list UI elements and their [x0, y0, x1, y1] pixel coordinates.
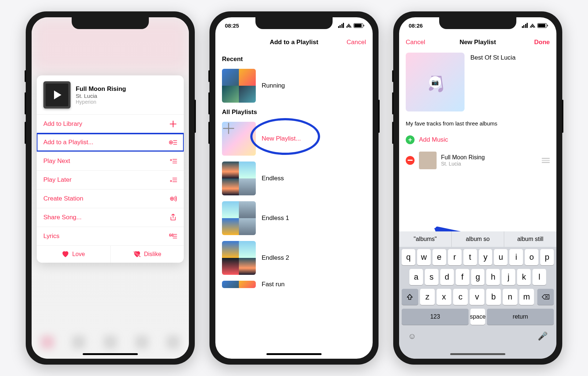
track-row[interactable]: Full Moon Rising St. Lucia	[399, 148, 556, 173]
playlist-name: Fast run	[262, 281, 284, 288]
wifi-icon	[346, 23, 352, 28]
svg-text:66: 66	[169, 233, 173, 237]
new-playlist-art	[222, 122, 256, 156]
signal-icon	[338, 23, 344, 28]
track-header: Full Moon Rising St. Lucia Hyperion	[37, 75, 184, 114]
remove-button[interactable]	[406, 156, 415, 165]
key-q[interactable]: q	[402, 249, 415, 265]
suggestion[interactable]: "albums"	[399, 231, 451, 247]
key-g[interactable]: g	[471, 269, 485, 285]
track-title: Full Moon Rising	[441, 154, 485, 161]
drag-handle-icon[interactable]	[542, 158, 550, 163]
key-u[interactable]: u	[494, 249, 508, 265]
key-z[interactable]: z	[420, 289, 435, 305]
plus-icon	[169, 121, 177, 127]
playlist-cover[interactable]: ♫ 📷	[406, 53, 465, 111]
key-y[interactable]: y	[479, 249, 492, 265]
return-key[interactable]: return	[487, 309, 554, 325]
signal-icon	[522, 23, 528, 28]
done-button[interactable]: Done	[534, 39, 550, 46]
numbers-key[interactable]: 123	[402, 309, 469, 325]
add-music-button[interactable]: + Add Music	[399, 132, 556, 148]
key-n[interactable]: n	[503, 289, 517, 305]
key-o[interactable]: o	[525, 249, 538, 265]
key-s[interactable]: s	[425, 269, 438, 285]
keyboard-suggestions: "albums" album so album still	[399, 231, 556, 247]
share-song-button[interactable]: Share Song...	[37, 208, 184, 227]
shift-key[interactable]	[402, 289, 418, 305]
track-art	[419, 152, 437, 169]
play-later-icon	[169, 177, 177, 183]
key-p[interactable]: p	[540, 249, 554, 265]
key-t[interactable]: t	[463, 249, 477, 265]
key-x[interactable]: x	[437, 289, 451, 305]
key-l[interactable]: l	[533, 269, 546, 285]
section-all: All Playlists	[215, 106, 373, 119]
nav-bar: Cancel New Playlist Done	[399, 33, 556, 51]
plus-circle-icon: +	[406, 135, 415, 144]
space-key[interactable]: space	[470, 309, 485, 325]
track-title: Full Moon Rising	[76, 85, 126, 93]
key-f[interactable]: f	[456, 269, 469, 285]
key-h[interactable]: h	[486, 269, 500, 285]
dislike-button[interactable]: Dislike	[110, 245, 184, 263]
play-icon	[54, 91, 61, 99]
playlist-fast-run[interactable]: Fast run	[215, 278, 373, 288]
status-time: 08:25	[225, 22, 239, 29]
key-w[interactable]: w	[417, 249, 431, 265]
track-album: Hyperion	[76, 99, 126, 105]
playlist-name: Endless 2	[262, 254, 289, 262]
section-recent: Recent	[215, 53, 373, 66]
playlist-description-field[interactable]: My fave tracks from last three albums	[399, 115, 556, 132]
key-k[interactable]: k	[517, 269, 531, 285]
phone-3: 08:26 Cancel New Playlist Done ♫ 📷 Best …	[393, 11, 562, 365]
page-title: New Playlist	[459, 39, 496, 46]
heart-icon	[62, 251, 69, 258]
playlist-endless-2[interactable]: Endless 2	[215, 238, 373, 278]
cancel-button[interactable]: Cancel	[406, 39, 425, 46]
add-to-library-button[interactable]: Add to Library	[37, 114, 184, 133]
battery-icon	[537, 23, 547, 28]
battery-icon	[354, 23, 363, 28]
key-c[interactable]: c	[453, 289, 468, 305]
key-r[interactable]: r	[448, 249, 462, 265]
key-e[interactable]: e	[433, 249, 446, 265]
phone-1: Full Moon Rising St. Lucia Hyperion Add …	[26, 11, 195, 365]
play-next-button[interactable]: Play Next	[37, 152, 184, 170]
play-later-button[interactable]: Play Later	[37, 170, 184, 189]
playlist-endless-1[interactable]: Endless 1	[215, 198, 373, 238]
love-button[interactable]: Love	[37, 245, 110, 263]
new-playlist-label: New Playlist...	[262, 135, 301, 142]
key-v[interactable]: v	[470, 289, 484, 305]
key-a[interactable]: a	[409, 269, 423, 285]
key-i[interactable]: i	[509, 249, 523, 265]
lyrics-button[interactable]: Lyrics 66	[37, 227, 184, 245]
action-sheet: Full Moon Rising St. Lucia Hyperion Add …	[37, 75, 184, 263]
key-j[interactable]: j	[502, 269, 515, 285]
playlist-name: Endless 1	[262, 214, 289, 222]
phone-2: 08:25 Add to a Playlist Cancel Recent Ru…	[209, 11, 379, 365]
key-b[interactable]: b	[486, 289, 501, 305]
cancel-button[interactable]: Cancel	[347, 39, 366, 46]
status-time: 08:26	[409, 22, 423, 29]
emoji-key[interactable]: ☺	[408, 331, 416, 341]
playlist-running[interactable]: Running	[215, 66, 373, 106]
album-art[interactable]	[43, 81, 71, 109]
camera-icon: 📷	[429, 76, 441, 88]
new-playlist-button[interactable]: New Playlist...	[215, 119, 373, 159]
suggestion[interactable]: album still	[504, 231, 556, 247]
key-d[interactable]: d	[440, 269, 454, 285]
key-m[interactable]: m	[519, 289, 534, 305]
suggestion[interactable]: album so	[451, 231, 504, 247]
heart-slash-icon	[133, 251, 141, 258]
lyrics-icon: 66	[169, 233, 177, 240]
track-artist: St. Lucia	[76, 93, 126, 99]
playlist-endless[interactable]: Endless	[215, 159, 373, 198]
backspace-key[interactable]	[537, 289, 554, 305]
play-next-icon	[169, 158, 177, 164]
add-to-playlist-button[interactable]: Add to a Playlist...	[37, 133, 184, 152]
dictation-key[interactable]: 🎤	[538, 331, 548, 341]
wifi-icon	[530, 23, 535, 28]
create-station-button[interactable]: Create Station	[37, 189, 184, 208]
playlist-name-field[interactable]: Best Of St Lucia	[470, 53, 516, 111]
